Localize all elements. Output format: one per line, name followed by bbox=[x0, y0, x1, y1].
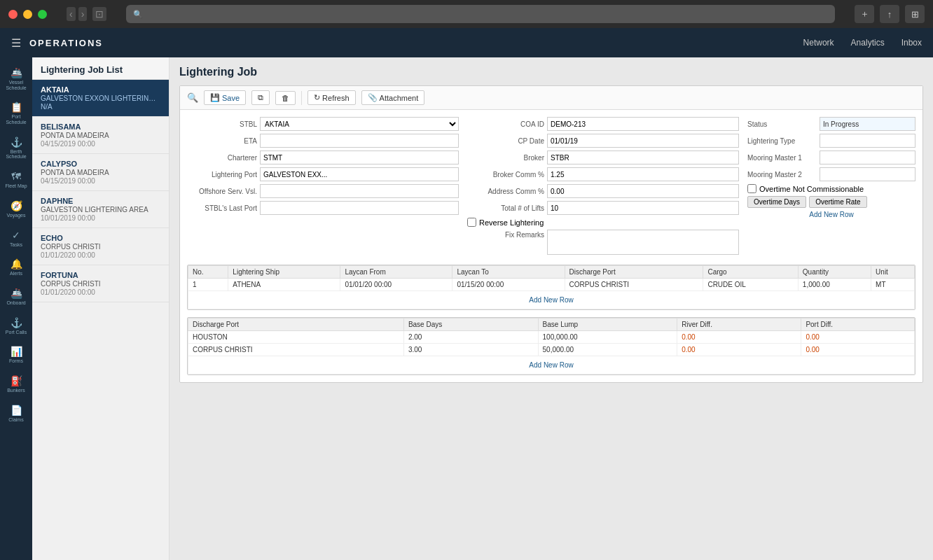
voyages-icon: 🧭 bbox=[11, 200, 22, 211]
reverse-checkbox[interactable] bbox=[467, 218, 476, 227]
item-sub-fortuna: CORPUS CHRISTI bbox=[41, 280, 160, 288]
sidebar: 🚢 VesselSchedule 📋 PortSchedule ⚓ BerthS… bbox=[0, 57, 32, 560]
status-row: Status bbox=[747, 117, 915, 131]
sidebar-label-claims: Claims bbox=[8, 417, 23, 423]
title-bar-actions: ＋ ↑ ⊞ bbox=[855, 5, 925, 23]
analytics-link[interactable]: Analytics bbox=[851, 38, 885, 48]
inbox-link[interactable]: Inbox bbox=[901, 38, 922, 48]
add-tab-btn[interactable]: ＋ bbox=[855, 5, 874, 23]
address-comm-input[interactable] bbox=[547, 184, 739, 198]
delete-button[interactable]: 🗑 bbox=[275, 91, 296, 105]
list-item-belisama[interactable]: BELISAMA PONTA DA MADEIRA 04/15/2019 00:… bbox=[32, 117, 169, 154]
sidebar-label-tasks: Tasks bbox=[10, 242, 22, 248]
maximize-btn[interactable] bbox=[38, 10, 47, 19]
sidebar-label-port: PortSchedule bbox=[6, 114, 26, 125]
sidebar-item-onboard[interactable]: 🚢 Onboard bbox=[1, 284, 31, 310]
list-panel: Lightering Job List AKTAIA GALVESTON EXX… bbox=[32, 57, 170, 560]
mooring-master1-row: Mooring Master 1 bbox=[747, 150, 915, 164]
offshore-input[interactable] bbox=[260, 184, 459, 198]
title-bar: ‹ › ⊡ 🔍 ＋ ↑ ⊞ bbox=[0, 0, 933, 28]
mooring-master2-input[interactable] bbox=[820, 167, 915, 181]
list-item-echo[interactable]: ECHO CORPUS CHRISTI 01/01/2020 00:00 bbox=[32, 228, 169, 265]
charterer-input[interactable] bbox=[260, 150, 459, 164]
sidebar-label-vessel: VesselSchedule bbox=[6, 80, 26, 90]
bot-cell-riverdiff-0: 0.00 bbox=[677, 331, 801, 344]
list-item-daphne[interactable]: DAPHNE GALVESTON LIGHTERING AREA 10/01/2… bbox=[32, 191, 169, 228]
sidebar-item-alerts[interactable]: 🔔 Alerts bbox=[1, 254, 31, 281]
sidebar-item-voyages[interactable]: 🧭 Voyages bbox=[1, 196, 31, 223]
sidebar-item-fleet-map[interactable]: 🗺 Fleet Map bbox=[1, 167, 31, 193]
stbls-last-port-row: STBL's Last Port bbox=[187, 201, 459, 215]
add-row-row[interactable]: Add New Row bbox=[188, 291, 915, 309]
overtime-checkbox[interactable] bbox=[747, 184, 756, 193]
hamburger-menu[interactable]: ☰ bbox=[11, 36, 21, 50]
sidebar-item-bunkers[interactable]: ⛽ Bunkers bbox=[1, 371, 31, 398]
attachment-button[interactable]: 📎 Attachment bbox=[361, 90, 425, 105]
network-link[interactable]: Network bbox=[803, 38, 834, 48]
lightering-add-row[interactable]: Add New Row bbox=[193, 293, 910, 307]
eta-input[interactable] bbox=[260, 134, 459, 148]
status-input[interactable] bbox=[820, 117, 915, 131]
item-sub-aktaia: GALVESTON EXXON LIGHTERING A... bbox=[41, 94, 160, 102]
coa-id-input[interactable] bbox=[547, 117, 739, 131]
sidebar-item-forms[interactable]: 📊 Forms bbox=[1, 342, 31, 368]
share-btn[interactable]: ↑ bbox=[880, 5, 899, 23]
reverse-label: Reverse Lightering bbox=[479, 218, 544, 227]
sidebar-item-claims[interactable]: 📄 Claims bbox=[1, 400, 31, 427]
broker-row: Broker bbox=[467, 150, 739, 164]
lightering-type-input[interactable] bbox=[820, 134, 915, 148]
back-arrow[interactable]: ‹ bbox=[67, 7, 76, 21]
list-item-aktaia[interactable]: AKTAIA GALVESTON EXXON LIGHTERING A... N… bbox=[32, 80, 169, 117]
forward-arrow[interactable]: › bbox=[78, 7, 88, 21]
eta-label: ETA bbox=[187, 137, 257, 145]
add-new-row-right[interactable]: Add New Row bbox=[747, 208, 915, 221]
address-bar[interactable]: 🔍 bbox=[126, 5, 835, 23]
sidebar-item-tasks[interactable]: ✓ Tasks bbox=[1, 225, 31, 252]
toolbar-divider bbox=[301, 91, 302, 105]
sidebar-toggle-btn[interactable]: ⊞ bbox=[905, 5, 925, 23]
bot-col-river-diff: River Diff. bbox=[677, 318, 801, 331]
bottom-add-row[interactable]: Add New Row bbox=[188, 356, 915, 374]
fix-remarks-textarea[interactable] bbox=[547, 230, 739, 255]
lightering-port-input[interactable] bbox=[260, 167, 459, 181]
list-panel-header: Lightering Job List bbox=[32, 57, 169, 80]
form-middle: COA ID CP Date Broker Broker Comm % bbox=[467, 117, 739, 258]
list-item-calypso[interactable]: CALYPSO PONTA DA MADEIRA 04/15/2019 00:0… bbox=[32, 154, 169, 191]
col-cargo: Cargo bbox=[703, 266, 798, 279]
stbl-select[interactable]: AKTAIA bbox=[260, 117, 459, 131]
claims-icon: 📄 bbox=[11, 405, 22, 416]
overtime-rate-btn[interactable]: Overtime Rate bbox=[809, 196, 866, 208]
copy-button[interactable]: ⧉ bbox=[251, 90, 270, 105]
copy-icon: ⧉ bbox=[258, 93, 263, 102]
item-date-belisama: 04/15/2019 00:00 bbox=[41, 140, 160, 148]
offshore-row: Offshore Serv. Vsl. bbox=[187, 184, 459, 198]
sidebar-label-onboard: Onboard bbox=[6, 300, 25, 306]
charterer-row: Charterer bbox=[187, 150, 459, 164]
close-btn[interactable] bbox=[8, 10, 18, 19]
fix-remarks-area: Fix Remarks bbox=[467, 230, 739, 255]
sidebar-item-port-calls[interactable]: ⚓ Port Calls bbox=[1, 313, 31, 340]
refresh-button[interactable]: ↻ Refresh bbox=[307, 90, 356, 105]
overtime-days-btn[interactable]: Overtime Days bbox=[747, 196, 806, 208]
sidebar-item-port-schedule[interactable]: 📋 PortSchedule bbox=[1, 97, 31, 129]
broker-comm-input[interactable] bbox=[547, 167, 739, 181]
cp-date-input[interactable] bbox=[547, 134, 739, 148]
list-item-fortuna[interactable]: FORTUNA CORPUS CHRISTI 01/01/2020 00:00 bbox=[32, 265, 169, 302]
cell-ship: ATHENA bbox=[228, 279, 340, 291]
minimize-btn[interactable] bbox=[23, 10, 32, 19]
sidebar-item-vessel-schedule[interactable]: 🚢 VesselSchedule bbox=[1, 63, 31, 94]
overtime-label: Overtime Not Commissionable bbox=[759, 185, 864, 193]
col-quantity: Quantity bbox=[798, 266, 871, 279]
forms-icon: 📊 bbox=[11, 346, 22, 357]
total-lifts-input[interactable] bbox=[547, 201, 739, 215]
save-button[interactable]: 💾 Save bbox=[204, 90, 246, 105]
search-toolbar-icon[interactable]: 🔍 bbox=[187, 92, 198, 103]
mooring-master2-row: Mooring Master 2 bbox=[747, 167, 915, 181]
bottom-add-row-link[interactable]: Add New Row bbox=[193, 358, 910, 372]
mooring-master1-input[interactable] bbox=[820, 150, 915, 164]
layout-btn[interactable]: ⊡ bbox=[92, 7, 106, 21]
item-sub-calypso: PONTA DA MADEIRA bbox=[41, 169, 160, 176]
sidebar-item-berth-schedule[interactable]: ⚓ BerthSchedule bbox=[1, 132, 31, 164]
broker-input[interactable] bbox=[547, 150, 739, 164]
stbls-last-port-input[interactable] bbox=[260, 201, 459, 215]
